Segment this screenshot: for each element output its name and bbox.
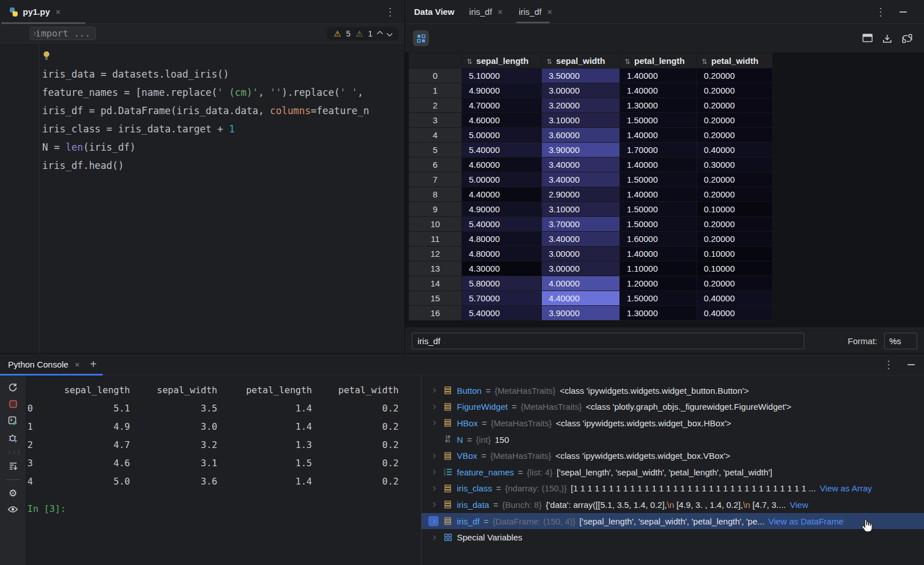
table-cell[interactable]: 3.60000 <box>542 128 620 143</box>
table-cell[interactable]: 1.40000 <box>620 247 697 261</box>
dataframe-table[interactable]: ⇅sepal_length⇅sepal_width⇅petal_length⇅p… <box>405 53 924 328</box>
table-cell[interactable]: 1.40000 <box>620 83 697 98</box>
code-line[interactable]: iris_df.head() <box>42 156 404 175</box>
expand-chevron-icon[interactable] <box>428 516 439 526</box>
row-index-cell[interactable]: 8 <box>409 187 462 202</box>
table-cell[interactable]: 3.40000 <box>542 158 620 172</box>
table-cell[interactable]: 1.10000 <box>620 261 697 276</box>
table-cell[interactable]: 1.60000 <box>620 232 697 247</box>
table-cell[interactable]: 3.00000 <box>542 261 620 276</box>
expand-chevron-icon[interactable] <box>428 499 439 510</box>
view-as-link[interactable]: View as DataFrame <box>768 516 843 526</box>
expression-input[interactable] <box>412 333 804 349</box>
variable-row-special-variables[interactable]: Special Variables <box>422 529 924 546</box>
tab-irisdf-1[interactable]: iris_df × <box>469 0 504 23</box>
table-cell[interactable]: 3.10000 <box>542 202 620 217</box>
table-cell[interactable]: 4.60000 <box>462 113 542 128</box>
run-console-icon[interactable] <box>8 416 18 426</box>
table-cell[interactable]: 5.70000 <box>462 291 542 306</box>
table-cell[interactable]: 0.30000 <box>697 158 773 172</box>
row-index-cell[interactable]: 4 <box>409 128 462 143</box>
column-header-petal_length[interactable]: ⇅petal_length <box>620 53 697 68</box>
table-cell[interactable]: 1.50000 <box>620 172 697 187</box>
table-cell[interactable]: 3.70000 <box>542 217 620 232</box>
table-cell[interactable]: 0.20000 <box>697 276 773 291</box>
code-line[interactable]: iris_data = datasets.load_iris() <box>42 65 404 83</box>
tab-py1[interactable]: py1.py × <box>0 0 68 23</box>
code-line[interactable]: feature_names = [name.replace(' (cm)', '… <box>42 83 404 102</box>
table-cell[interactable]: 3.50000 <box>542 68 620 83</box>
format-input[interactable] <box>884 333 917 349</box>
table-cell[interactable]: 4.80000 <box>462 247 542 261</box>
view-as-link[interactable]: View <box>790 500 808 510</box>
expand-chevron-icon[interactable] <box>428 418 439 428</box>
table-cell[interactable]: 0.10000 <box>697 261 773 276</box>
sort-icon[interactable]: ⇅ <box>467 58 472 66</box>
column-header-petal_width[interactable]: ⇅petal_width <box>697 53 773 68</box>
minimize-icon[interactable] <box>899 11 907 13</box>
row-index-cell[interactable]: 10 <box>409 217 462 232</box>
row-index-cell[interactable]: 5 <box>409 143 462 158</box>
column-header-sepal_length[interactable]: ⇅sepal_length <box>462 53 542 68</box>
tab-irisdf-2[interactable]: iris_df × <box>518 0 553 23</box>
expand-chevron-icon[interactable] <box>428 385 439 396</box>
code-line[interactable]: iris_df = pd.DataFrame(iris_data.data, c… <box>42 102 404 120</box>
inspection-widget[interactable]: ⚠ 5 ⚠ 1 <box>327 27 399 41</box>
row-index-cell[interactable]: 9 <box>409 202 462 217</box>
variable-row-iris-data[interactable]: iris_data={Bunch: 8}{'data': array([[5.1… <box>422 497 924 513</box>
variable-row-feature-names[interactable]: 123feature_names={list: 4}['sepal_length… <box>422 464 924 481</box>
prev-issue-icon[interactable] <box>376 30 383 37</box>
stop-icon[interactable] <box>9 399 18 409</box>
expand-chevron-icon[interactable] <box>428 483 439 494</box>
table-cell[interactable]: 3.00000 <box>542 83 620 98</box>
console-prompt[interactable]: In [3]: <box>27 500 421 518</box>
table-cell[interactable]: 0.10000 <box>697 247 773 261</box>
folded-import-region[interactable]: import ... <box>30 27 96 40</box>
expand-chevron-icon[interactable] <box>428 451 439 461</box>
table-cell[interactable]: 0.20000 <box>697 98 773 113</box>
table-cell[interactable]: 5.00000 <box>462 128 542 143</box>
grid-view-icon[interactable] <box>413 30 429 46</box>
table-cell[interactable]: 0.40000 <box>697 143 773 158</box>
table-cell[interactable]: 3.10000 <box>542 113 620 128</box>
row-index-cell[interactable]: 15 <box>409 291 462 306</box>
row-index-cell[interactable]: 3 <box>409 113 462 128</box>
new-console-icon[interactable]: + <box>90 358 97 371</box>
table-cell[interactable]: 0.20000 <box>697 83 773 98</box>
table-cell[interactable]: 5.40000 <box>462 143 542 158</box>
table-cell[interactable]: 1.30000 <box>620 306 697 321</box>
sort-icon[interactable]: ⇅ <box>702 58 707 66</box>
fast-forward-icon[interactable] <box>7 451 19 454</box>
variable-row-figurewidget[interactable]: FigureWidget={MetaHasTraits}<class 'plot… <box>422 399 924 415</box>
table-cell[interactable]: 4.00000 <box>542 276 620 291</box>
table-cell[interactable]: 0.20000 <box>697 113 773 128</box>
sort-icon[interactable]: ⇅ <box>546 58 552 66</box>
row-index-cell[interactable]: 12 <box>409 247 462 261</box>
close-icon[interactable]: × <box>546 7 553 17</box>
minimize-icon[interactable] <box>907 364 915 365</box>
table-cell[interactable]: 0.20000 <box>697 232 773 247</box>
table-cell[interactable]: 0.40000 <box>697 291 773 306</box>
table-cell[interactable]: 0.10000 <box>697 202 773 217</box>
table-cell[interactable]: 4.80000 <box>462 232 542 247</box>
settings-gear-icon[interactable]: ⚙ <box>9 489 17 498</box>
panel-icon[interactable] <box>862 34 873 43</box>
close-icon[interactable]: × <box>55 7 62 17</box>
row-index-cell[interactable]: 7 <box>409 172 462 187</box>
debug-icon[interactable] <box>8 433 18 443</box>
variable-row-vbox[interactable]: VBox={MetaHasTraits}<class 'ipywidgets.w… <box>422 447 924 464</box>
table-cell[interactable]: 0.20000 <box>697 187 773 202</box>
table-cell[interactable]: 3.20000 <box>542 98 620 113</box>
variable-row-hbox[interactable]: HBox={MetaHasTraits}<class 'ipywidgets.w… <box>422 415 924 431</box>
sync-icon[interactable] <box>902 34 913 43</box>
close-icon[interactable]: × <box>497 7 504 17</box>
table-cell[interactable]: 0.20000 <box>697 217 773 232</box>
table-cell[interactable]: 5.10000 <box>462 68 542 83</box>
table-cell[interactable]: 5.40000 <box>462 306 542 321</box>
eye-icon[interactable] <box>7 506 18 513</box>
table-cell[interactable]: 1.40000 <box>620 158 697 172</box>
variable-row-n[interactable]: 1001N={int}150 <box>422 431 924 448</box>
download-icon[interactable] <box>882 34 892 43</box>
table-cell[interactable]: 1.30000 <box>620 98 697 113</box>
code-editor[interactable]: iris_data = datasets.load_iris()feature_… <box>0 43 404 353</box>
